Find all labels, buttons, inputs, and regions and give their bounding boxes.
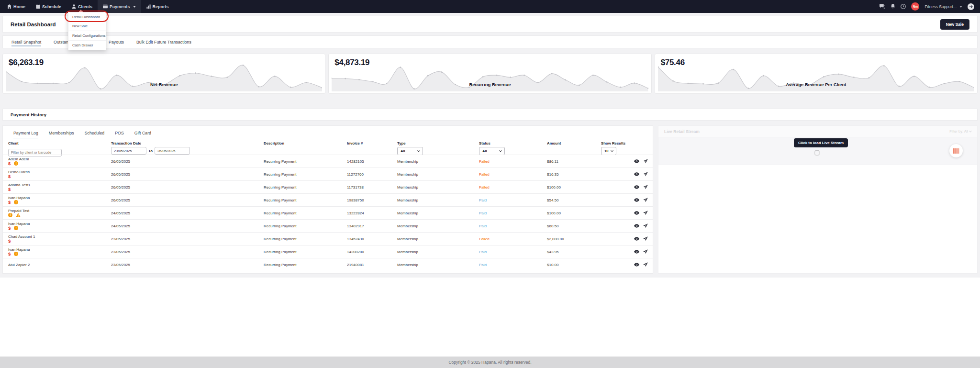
invoice-column-label: Invoice # xyxy=(347,141,363,145)
table-row: Demo Harris$26/05/2025Recurring Payment1… xyxy=(3,167,653,180)
top-navbar: HomeScheduleClientsPaymentsReports Nm Fi… xyxy=(0,0,980,13)
transaction-date-column-label: Transaction Date xyxy=(111,141,190,145)
row-actions xyxy=(634,211,648,215)
load-live-stream-tooltip[interactable]: Click to load Live Stream xyxy=(794,138,848,147)
payment-type: Membership xyxy=(397,250,418,254)
row-actions xyxy=(634,223,648,228)
view-payment-button[interactable] xyxy=(634,159,639,164)
row-actions xyxy=(634,249,648,254)
send-receipt-button[interactable] xyxy=(643,249,648,254)
revenue-card-net-revenue: $6,263.19Net Revenue xyxy=(2,54,325,94)
transaction-date: 26/05/2025 xyxy=(111,185,130,190)
client-status-icons: ! xyxy=(8,213,21,217)
tab-scheduled[interactable]: Scheduled xyxy=(85,126,105,140)
payment-type: Membership xyxy=(397,211,418,215)
type-select[interactable]: All xyxy=(397,147,423,155)
invoice-number: 14282105 xyxy=(347,159,364,164)
dollar-icon: $ xyxy=(8,239,11,244)
invoice-number: 11731738 xyxy=(347,185,364,190)
table-row: Ivan Hapana$!26/05/2025Recurring Payment… xyxy=(3,193,653,206)
amount: $10.00 xyxy=(547,263,558,267)
tab-payouts[interactable]: Payouts xyxy=(109,36,124,48)
table-row: Prepaid Test!24/05/2025Recurring Payment… xyxy=(3,206,653,219)
footer: Copyright © 2025 Hapana. All rights rese… xyxy=(0,357,980,368)
info-icon: ! xyxy=(14,226,18,230)
send-receipt-button[interactable] xyxy=(643,236,648,241)
description: Recurring Payment xyxy=(264,250,296,254)
row-actions xyxy=(634,236,648,241)
client-status-icons: $! xyxy=(8,161,18,166)
menu-item-retail-dashboard[interactable]: Retail Dashboard xyxy=(68,12,106,22)
nav-item-reports[interactable]: Reports xyxy=(141,0,174,13)
date-to-input[interactable] xyxy=(155,147,190,155)
payment-type: Membership xyxy=(397,185,418,190)
clock-icon[interactable] xyxy=(901,4,906,9)
transaction-date: 23/05/2025 xyxy=(111,237,130,241)
revenue-card-recurring-revenue: $4,873.19Recurring Revenue xyxy=(328,54,651,94)
circle-arrow-icon[interactable] xyxy=(968,3,974,10)
tab-retail-snapshot[interactable]: Retail Snapshot xyxy=(11,36,41,48)
view-payment-button[interactable] xyxy=(634,172,639,177)
view-payment-button[interactable] xyxy=(634,249,639,254)
client-status-icons: $! xyxy=(8,252,18,256)
send-receipt-button[interactable] xyxy=(643,223,648,228)
view-payment-button[interactable] xyxy=(634,262,639,267)
live-retail-stream-panel: Live Retail Stream Filter by: All Click … xyxy=(658,125,978,274)
account-menu[interactable]: Fitness Support... xyxy=(924,4,962,9)
client-column-label: Client xyxy=(8,141,62,145)
send-receipt-button[interactable] xyxy=(643,262,648,267)
reports-icon xyxy=(146,4,151,9)
tab-gift-card[interactable]: Gift Card xyxy=(134,126,151,140)
view-payment-button[interactable] xyxy=(634,185,639,190)
tab-payment-log[interactable]: Payment Log xyxy=(13,126,38,140)
view-payment-button[interactable] xyxy=(634,211,639,215)
menu-item-new-sale[interactable]: New Sale xyxy=(68,22,106,32)
live-stream-title: Live Retail Stream xyxy=(664,129,700,134)
view-payment-button[interactable] xyxy=(634,223,639,228)
nav-item-payments[interactable]: Payments xyxy=(98,0,141,13)
live-stream-filter[interactable]: Filter by: All xyxy=(949,129,971,134)
description: Recurring Payment xyxy=(264,198,296,202)
revenue-label: Net Revenue xyxy=(3,82,325,87)
barcode-scan-button[interactable] xyxy=(949,144,963,157)
menu-item-retail-configurations[interactable]: Retail Configurations xyxy=(68,31,106,41)
status-select[interactable]: All xyxy=(479,147,505,155)
revenue-cards: $6,263.19Net Revenue$4,873.19Recurring R… xyxy=(2,54,978,94)
clients-icon xyxy=(72,4,76,9)
avatar[interactable]: Nm xyxy=(911,2,919,11)
client-name: Atul Zapier 2 xyxy=(8,263,30,267)
client-name: Adama Test1 xyxy=(8,183,31,187)
send-receipt-button[interactable] xyxy=(643,159,648,164)
chevron-down-icon xyxy=(959,6,962,8)
nav-item-home[interactable]: Home xyxy=(2,0,31,13)
tab-memberships[interactable]: Memberships xyxy=(49,126,74,140)
new-sale-button[interactable]: New Sale xyxy=(940,19,969,30)
show-results-select[interactable]: 10 xyxy=(601,147,616,155)
view-payment-button[interactable] xyxy=(634,198,639,202)
show-results-label: Show Results xyxy=(601,141,625,145)
amount: $16.35 xyxy=(547,172,558,177)
row-actions xyxy=(634,262,648,267)
nav-item-schedule[interactable]: Schedule xyxy=(31,0,67,13)
chat-icon[interactable] xyxy=(880,4,885,9)
tab-bulk-edit-future-transactions[interactable]: Bulk Edit Future Transactions xyxy=(136,36,191,48)
view-payment-button[interactable] xyxy=(634,236,639,241)
menu-item-cash-drawer[interactable]: Cash Drawer xyxy=(68,41,106,50)
barcode-icon xyxy=(953,148,959,154)
invoice-number: 14208280 xyxy=(347,250,364,254)
date-from-input[interactable] xyxy=(111,147,146,155)
status-label: Paid xyxy=(479,198,487,202)
warning-icon xyxy=(16,213,21,217)
status-label: Paid xyxy=(479,263,487,267)
client-name: Adem Adem xyxy=(8,157,29,161)
table-row: Adama Test1$26/05/2025Recurring Payment1… xyxy=(3,180,653,193)
calendar-icon xyxy=(36,4,40,9)
notifications-bell-icon[interactable] xyxy=(891,4,895,9)
send-receipt-button[interactable] xyxy=(643,185,648,190)
amount: $43.95 xyxy=(547,250,558,254)
send-receipt-button[interactable] xyxy=(643,198,648,202)
send-receipt-button[interactable] xyxy=(643,172,648,177)
tab-pos[interactable]: POS xyxy=(115,126,124,140)
send-receipt-button[interactable] xyxy=(643,211,648,215)
status-label: Paid xyxy=(479,224,487,228)
